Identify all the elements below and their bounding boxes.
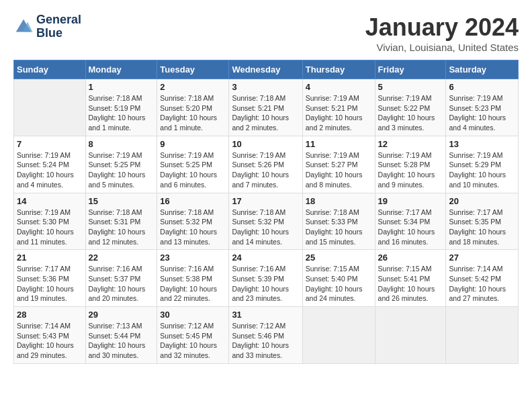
calendar-cell: 12Sunrise: 7:19 AM Sunset: 5:28 PM Dayli…: [375, 136, 446, 193]
day-info: Sunrise: 7:19 AM Sunset: 5:23 PM Dayligh…: [449, 93, 515, 133]
day-number: 26: [378, 253, 443, 263]
day-info: Sunrise: 7:17 AM Sunset: 5:35 PM Dayligh…: [449, 208, 515, 247]
day-info: Sunrise: 7:19 AM Sunset: 5:27 PM Dayligh…: [306, 150, 372, 190]
calendar-cell: 22Sunrise: 7:16 AM Sunset: 5:37 PM Dayli…: [85, 250, 157, 307]
day-info: Sunrise: 7:13 AM Sunset: 5:44 PM Dayligh…: [89, 321, 154, 361]
day-header-friday: Friday: [375, 60, 446, 79]
day-info: Sunrise: 7:14 AM Sunset: 5:42 PM Dayligh…: [449, 264, 515, 304]
day-number: 5: [378, 82, 443, 92]
month-title: January 2024: [365, 13, 519, 42]
day-info: Sunrise: 7:12 AM Sunset: 5:45 PM Dayligh…: [160, 321, 226, 361]
calendar-cell: 27Sunrise: 7:14 AM Sunset: 5:42 PM Dayli…: [446, 250, 519, 307]
calendar-cell: 11Sunrise: 7:19 AM Sunset: 5:27 PM Dayli…: [302, 136, 375, 193]
day-number: 28: [17, 310, 83, 320]
day-number: 22: [89, 253, 154, 263]
day-header-wednesday: Wednesday: [229, 60, 302, 79]
location: Vivian, Louisiana, United States: [365, 42, 519, 53]
calendar-cell: 15Sunrise: 7:18 AM Sunset: 5:31 PM Dayli…: [85, 193, 157, 250]
day-number: 18: [306, 196, 372, 206]
calendar-cell: 19Sunrise: 7:17 AM Sunset: 5:34 PM Dayli…: [375, 193, 446, 250]
day-number: 20: [449, 196, 515, 206]
day-number: 13: [449, 139, 515, 149]
day-info: Sunrise: 7:19 AM Sunset: 5:28 PM Dayligh…: [378, 150, 443, 190]
day-number: 6: [449, 82, 515, 92]
week-row-4: 21Sunrise: 7:17 AM Sunset: 5:36 PM Dayli…: [14, 250, 519, 307]
calendar-cell: 23Sunrise: 7:16 AM Sunset: 5:38 PM Dayli…: [157, 250, 229, 307]
day-info: Sunrise: 7:19 AM Sunset: 5:24 PM Dayligh…: [17, 150, 83, 190]
calendar-cell: 7Sunrise: 7:19 AM Sunset: 5:24 PM Daylig…: [14, 136, 86, 193]
calendar-cell: 18Sunrise: 7:18 AM Sunset: 5:33 PM Dayli…: [302, 193, 375, 250]
day-number: 19: [378, 196, 443, 206]
day-number: 4: [306, 82, 372, 92]
day-number: 27: [449, 253, 515, 263]
logo-line1: General: [36, 13, 81, 27]
day-number: 8: [89, 139, 154, 149]
day-number: 30: [160, 310, 226, 320]
calendar-cell: [302, 307, 375, 364]
day-info: Sunrise: 7:18 AM Sunset: 5:21 PM Dayligh…: [232, 93, 299, 133]
calendar-cell: [446, 307, 519, 364]
day-info: Sunrise: 7:18 AM Sunset: 5:19 PM Dayligh…: [89, 93, 154, 133]
day-number: 25: [306, 253, 372, 263]
day-number: 21: [17, 253, 83, 263]
calendar-cell: [14, 79, 86, 136]
day-info: Sunrise: 7:19 AM Sunset: 5:25 PM Dayligh…: [89, 150, 154, 190]
logo-text: General Blue: [36, 13, 81, 40]
week-row-1: 1Sunrise: 7:18 AM Sunset: 5:19 PM Daylig…: [14, 79, 519, 136]
calendar-cell: 20Sunrise: 7:17 AM Sunset: 5:35 PM Dayli…: [446, 193, 519, 250]
calendar-cell: 28Sunrise: 7:14 AM Sunset: 5:43 PM Dayli…: [14, 307, 86, 364]
logo-line2: Blue: [36, 27, 81, 40]
day-info: Sunrise: 7:19 AM Sunset: 5:22 PM Dayligh…: [378, 93, 443, 133]
day-info: Sunrise: 7:16 AM Sunset: 5:38 PM Dayligh…: [160, 264, 226, 304]
day-header-thursday: Thursday: [302, 60, 375, 79]
day-number: 11: [306, 139, 372, 149]
week-row-5: 28Sunrise: 7:14 AM Sunset: 5:43 PM Dayli…: [14, 307, 519, 364]
day-number: 24: [232, 253, 299, 263]
calendar-cell: [375, 307, 446, 364]
calendar-cell: 29Sunrise: 7:13 AM Sunset: 5:44 PM Dayli…: [85, 307, 157, 364]
day-info: Sunrise: 7:17 AM Sunset: 5:36 PM Dayligh…: [17, 264, 83, 304]
day-number: 15: [89, 196, 154, 206]
page-header: General Blue January 2024 Vivian, Louisi…: [13, 13, 519, 53]
title-block: January 2024 Vivian, Louisiana, United S…: [365, 13, 519, 53]
calendar-cell: 21Sunrise: 7:17 AM Sunset: 5:36 PM Dayli…: [14, 250, 86, 307]
calendar-cell: 2Sunrise: 7:18 AM Sunset: 5:20 PM Daylig…: [157, 79, 229, 136]
day-info: Sunrise: 7:12 AM Sunset: 5:46 PM Dayligh…: [232, 321, 299, 361]
day-info: Sunrise: 7:19 AM Sunset: 5:30 PM Dayligh…: [17, 208, 83, 247]
calendar-cell: 17Sunrise: 7:18 AM Sunset: 5:32 PM Dayli…: [229, 193, 302, 250]
calendar-cell: 16Sunrise: 7:18 AM Sunset: 5:32 PM Dayli…: [157, 193, 229, 250]
logo: General Blue: [13, 13, 81, 40]
calendar-cell: 5Sunrise: 7:19 AM Sunset: 5:22 PM Daylig…: [375, 79, 446, 136]
calendar-cell: 24Sunrise: 7:16 AM Sunset: 5:39 PM Dayli…: [229, 250, 302, 307]
day-number: 2: [160, 82, 226, 92]
day-header-saturday: Saturday: [446, 60, 519, 79]
day-number: 31: [232, 310, 299, 320]
day-info: Sunrise: 7:19 AM Sunset: 5:26 PM Dayligh…: [232, 150, 299, 190]
calendar-cell: 10Sunrise: 7:19 AM Sunset: 5:26 PM Dayli…: [229, 136, 302, 193]
calendar-cell: 25Sunrise: 7:15 AM Sunset: 5:40 PM Dayli…: [302, 250, 375, 307]
calendar-cell: 6Sunrise: 7:19 AM Sunset: 5:23 PM Daylig…: [446, 79, 519, 136]
day-info: Sunrise: 7:18 AM Sunset: 5:33 PM Dayligh…: [306, 208, 372, 247]
day-info: Sunrise: 7:19 AM Sunset: 5:29 PM Dayligh…: [449, 150, 515, 190]
day-number: 9: [160, 139, 226, 149]
calendar-cell: 30Sunrise: 7:12 AM Sunset: 5:45 PM Dayli…: [157, 307, 229, 364]
day-info: Sunrise: 7:16 AM Sunset: 5:37 PM Dayligh…: [89, 264, 154, 304]
calendar-cell: 8Sunrise: 7:19 AM Sunset: 5:25 PM Daylig…: [85, 136, 157, 193]
day-info: Sunrise: 7:18 AM Sunset: 5:20 PM Dayligh…: [160, 93, 226, 133]
day-info: Sunrise: 7:19 AM Sunset: 5:21 PM Dayligh…: [306, 93, 372, 133]
days-header-row: SundayMondayTuesdayWednesdayThursdayFrid…: [14, 60, 519, 79]
week-row-3: 14Sunrise: 7:19 AM Sunset: 5:30 PM Dayli…: [14, 193, 519, 250]
day-number: 12: [378, 139, 443, 149]
calendar-cell: 14Sunrise: 7:19 AM Sunset: 5:30 PM Dayli…: [14, 193, 86, 250]
day-number: 23: [160, 253, 226, 263]
day-info: Sunrise: 7:16 AM Sunset: 5:39 PM Dayligh…: [232, 264, 299, 304]
day-info: Sunrise: 7:15 AM Sunset: 5:41 PM Dayligh…: [378, 264, 443, 304]
day-number: 14: [17, 196, 83, 206]
day-header-tuesday: Tuesday: [157, 60, 229, 79]
day-info: Sunrise: 7:17 AM Sunset: 5:34 PM Dayligh…: [378, 208, 443, 247]
day-number: 7: [17, 139, 83, 149]
day-header-sunday: Sunday: [14, 60, 86, 79]
calendar-cell: 1Sunrise: 7:18 AM Sunset: 5:19 PM Daylig…: [85, 79, 157, 136]
day-header-monday: Monday: [85, 60, 157, 79]
calendar-cell: 31Sunrise: 7:12 AM Sunset: 5:46 PM Dayli…: [229, 307, 302, 364]
